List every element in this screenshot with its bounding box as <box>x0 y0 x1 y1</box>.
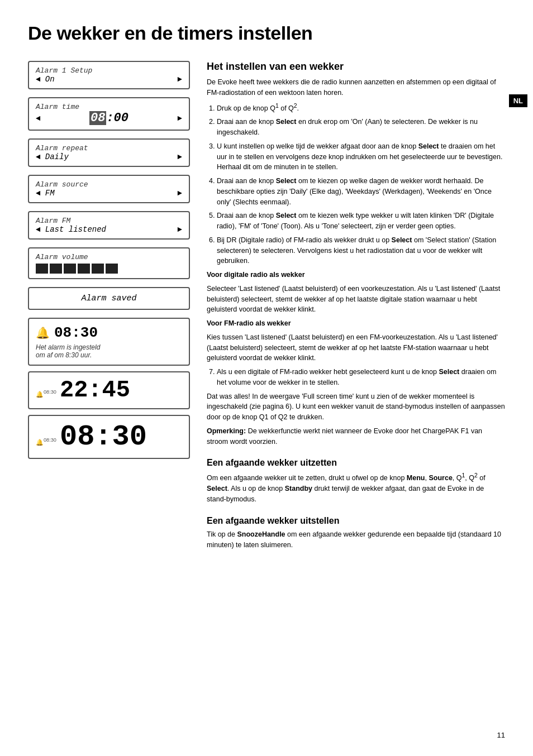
section3-text: Tik op de SnoozeHandle om een afgaande w… <box>207 529 505 551</box>
nl-badge: NL <box>509 94 527 107</box>
digital-radio-subheading: Voor digitale radio als wekker <box>207 270 505 280</box>
fm-radio-subheading: Voor FM-radio als wekker <box>207 318 505 329</box>
volume-bar-6 <box>106 264 118 274</box>
alarm-time-right-arrow: ► <box>178 114 182 123</box>
alarm-setup-right-arrow: ► <box>178 75 182 84</box>
alarm-fm-right-arrow: ► <box>178 225 182 234</box>
step-6: Bij DR (Digitale radio) of FM-radio als … <box>217 235 505 266</box>
alarm-source-box: Alarm source ◄ FM ► <box>28 175 190 203</box>
step-5: Draai aan de knop Select om te kiezen we… <box>217 210 505 232</box>
alarm-repeat-title: Alarm repeat <box>36 144 182 152</box>
alarm-saved-box: Alarm saved <box>28 287 190 310</box>
alarm-set-description: Het alarm is ingesteldom af om 8:30 uur. <box>36 343 182 359</box>
alarm-hour-highlight: 08 <box>89 111 106 125</box>
current-time-value: 22:45 <box>60 377 130 404</box>
intro-text: De Evoke heeft twee wekkers die de radio… <box>207 77 505 98</box>
step-7: Als u een digitale of FM-radio wekker he… <box>217 367 505 388</box>
alarm-fm-left-arrow: ◄ Last listened <box>36 225 106 234</box>
step-7-list: Als u een digitale of FM-radio wekker he… <box>207 367 505 388</box>
page-title: De wekker en de timers instellen <box>28 22 505 44</box>
step-2: Draai aan de knop Select en druk erop om… <box>217 117 505 138</box>
alarm-source-right-arrow: ► <box>178 189 182 198</box>
alarm-setup-left-arrow: ◄ On <box>36 75 55 84</box>
alarm-time-display: 08:00 <box>89 111 129 125</box>
alarm-bell-row: 🔔 08:30 <box>36 324 182 341</box>
alarm-repeat-right-arrow: ► <box>178 152 182 161</box>
alarm-repeat-box: Alarm repeat ◄ Daily ► <box>28 138 190 167</box>
alarm-source-value: ◄ FM ► <box>36 189 182 198</box>
digital-radio-text: Selecteer 'Last listened' (Laatst beluis… <box>207 284 505 315</box>
alarm-time-box: Alarm time ◄ 08:00 ► <box>28 97 190 131</box>
alarm-bell-icon: 🔔 <box>36 326 50 340</box>
main-section-heading: Het instellen van een wekker <box>207 61 505 73</box>
alarm-fm-box: Alarm FM ◄ Last listened ► <box>28 211 190 240</box>
alarm-time-title: Alarm time <box>36 103 182 111</box>
alarm-volume-bars <box>36 264 182 274</box>
current-time-display-box: 🔔08:30 22:45 <box>28 371 190 409</box>
content-layout: Alarm 1 Setup ◄ On ► Alarm time ◄ 08:00 … <box>28 61 505 553</box>
alarm-set-info-box: 🔔 08:30 Het alarm is ingesteldom af om 8… <box>28 318 190 366</box>
step-4: Draai aan de knop Select om te kiezen op… <box>217 176 505 207</box>
volume-bar-3 <box>64 264 76 274</box>
right-column: NL Het instellen van een wekker De Evoke… <box>207 61 505 553</box>
page-number: 11 <box>497 731 505 739</box>
section2-text: Om een afgaande wekker uit te zetten, dr… <box>207 471 505 504</box>
volume-bar-1 <box>36 264 48 274</box>
alarm-set-time: 08:30 <box>54 324 98 341</box>
fm-radio-text: Kies tussen 'Last listened' (Laatst belu… <box>207 332 505 363</box>
alarm-saved-text: Alarm saved <box>81 294 136 303</box>
alarm-active-indicator: 🔔08:30 <box>36 437 56 446</box>
volume-bar-5 <box>92 264 104 274</box>
alarm-fm-title: Alarm FM <box>36 217 182 225</box>
alarm-fm-value: ◄ Last listened ► <box>36 225 182 234</box>
volume-bar-2 <box>50 264 62 274</box>
alarm-time-value: ◄ 08:00 ► <box>36 111 182 125</box>
alarm-source-title: Alarm source <box>36 180 182 189</box>
left-column: Alarm 1 Setup ◄ On ► Alarm time ◄ 08:00 … <box>28 61 190 553</box>
alarm-active-display-box: 🔔08:30 08:30 <box>28 415 190 459</box>
current-time-alarm-indicator: 🔔08:30 <box>36 389 56 398</box>
volume-bar-4 <box>78 264 90 274</box>
opmerking-text: Opmerking: De wekkerfunctie werkt niet w… <box>207 426 505 447</box>
alarm-setup-value: ◄ On ► <box>36 75 182 84</box>
alarm-repeat-value: ◄ Daily ► <box>36 152 182 161</box>
alarm-volume-box: Alarm volume <box>28 247 190 279</box>
fullscreen-note: Dat was alles! In de weergave 'Full scre… <box>207 391 505 423</box>
alarm-setup-title: Alarm 1 Setup <box>36 66 182 75</box>
step-1: Druk op de knop Q1 of Q2. <box>217 102 505 114</box>
section3-heading: Een afgaande wekker uitstellen <box>207 516 505 526</box>
alarm-source-left-arrow: ◄ FM <box>36 189 55 198</box>
alarm-repeat-left-arrow: ◄ Daily <box>36 152 69 161</box>
section2-heading: Een afgaande wekker uitzetten <box>207 458 505 468</box>
step-3: U kunt instellen op welke tijd de wekker… <box>217 141 505 173</box>
alarm-time-left-arrow: ◄ <box>36 114 40 123</box>
alarm-active-time: 08:30 <box>60 420 147 453</box>
alarm-setup-box: Alarm 1 Setup ◄ On ► <box>28 61 190 89</box>
alarm-volume-title: Alarm volume <box>36 253 182 261</box>
steps-list: Druk op de knop Q1 of Q2. Draai aan de k… <box>207 102 505 267</box>
